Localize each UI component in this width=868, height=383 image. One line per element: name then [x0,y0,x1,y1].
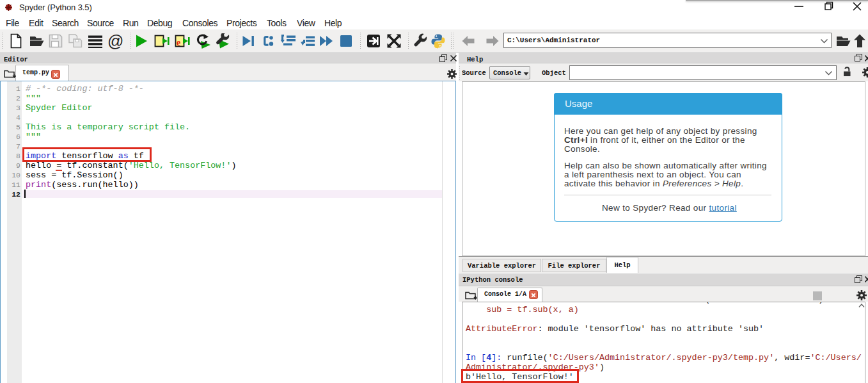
svg-text:e: e [177,38,180,47]
